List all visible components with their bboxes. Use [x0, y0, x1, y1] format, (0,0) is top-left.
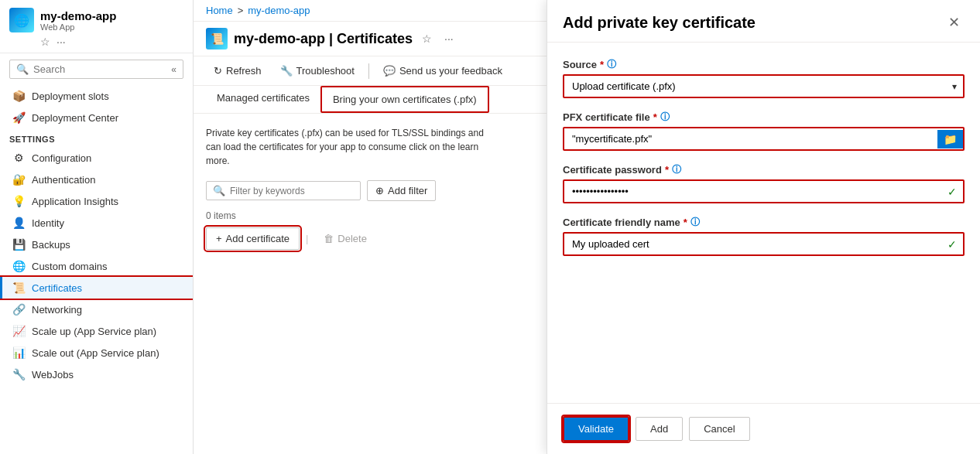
- filter-search-icon: 🔍: [213, 185, 225, 196]
- breadcrumb-home[interactable]: Home: [206, 5, 233, 16]
- page-icon: 📜: [206, 28, 228, 49]
- sidebar-item-label: Backups: [32, 239, 70, 251]
- file-browse-button[interactable]: 📁: [937, 130, 963, 148]
- page-header: 📜 my-demo-app | Certificates ☆ ···: [194, 22, 547, 56]
- app-title: my-demo-app: [40, 9, 116, 22]
- friendly-name-input[interactable]: [564, 234, 941, 254]
- panel-footer: Validate Add Cancel: [547, 403, 980, 454]
- info-text: Private key certificates (.pfx) can be u…: [206, 126, 500, 168]
- sidebar-item-deployment-slots[interactable]: 📦 Deployment slots: [0, 85, 193, 107]
- close-panel-button[interactable]: ✕: [944, 12, 965, 32]
- sidebar-item-identity[interactable]: 👤 Identity: [0, 212, 193, 234]
- password-required: *: [665, 164, 669, 176]
- search-icon: 🔍: [16, 63, 29, 75]
- password-info-icon[interactable]: ⓘ: [672, 163, 681, 176]
- password-wrapper: ✓: [563, 179, 965, 203]
- action-separator: |: [306, 233, 308, 244]
- sidebar-item-webjobs[interactable]: 🔧 WebJobs: [0, 364, 193, 385]
- scale-out-icon: 📊: [12, 346, 26, 359]
- certificates-icon: 📜: [12, 282, 26, 294]
- pfx-file-group: PFX certificate file * ⓘ 📁: [563, 111, 965, 151]
- sidebar-item-scale-out[interactable]: 📊 Scale out (App Service plan): [0, 342, 193, 364]
- filter-icon: ⊕: [375, 185, 384, 196]
- source-dropdown[interactable]: Upload certificate (.pfx): [564, 76, 946, 97]
- tabs: Managed certificates Bring your own cert…: [194, 86, 547, 114]
- feedback-label: Send us your feedback: [399, 65, 502, 77]
- sidebar-item-certificates[interactable]: 📜 Certificates: [0, 277, 193, 299]
- sidebar-item-label: Application Insights: [32, 196, 118, 207]
- search-input[interactable]: [33, 63, 166, 75]
- breadcrumb-current[interactable]: my-demo-app: [248, 5, 310, 16]
- favorite-button[interactable]: ☆: [419, 31, 435, 46]
- sidebar-item-label: Networking: [32, 304, 82, 316]
- sidebar-item-label: Certificates: [32, 282, 82, 294]
- validate-button[interactable]: Validate: [563, 416, 629, 442]
- delete-icon: 🗑: [324, 233, 334, 244]
- more-options-button[interactable]: ···: [441, 31, 457, 46]
- sidebar-item-scale-up[interactable]: 📈 Scale up (App Service plan): [0, 320, 193, 342]
- sidebar-item-deployment-center[interactable]: 🚀 Deployment Center: [0, 107, 193, 128]
- search-box: 🔍 «: [9, 60, 183, 79]
- breadcrumb-separator: >: [238, 5, 244, 16]
- settings-section-label: Settings: [0, 128, 193, 147]
- add-certificate-button[interactable]: + Add certificate: [206, 227, 300, 250]
- configuration-icon: ⚙: [12, 152, 26, 164]
- friendly-name-group: Certificate friendly name * ⓘ ✓: [563, 216, 965, 256]
- collapse-button[interactable]: «: [171, 64, 176, 75]
- plus-icon: +: [216, 233, 222, 244]
- pfx-label: PFX certificate file * ⓘ: [563, 111, 965, 124]
- feedback-button[interactable]: 💬 Send us your feedback: [375, 61, 510, 80]
- toolbar-separator: [368, 63, 369, 79]
- source-label: Source * ⓘ: [563, 58, 965, 71]
- sidebar-item-configuration[interactable]: ⚙ Configuration: [0, 147, 193, 169]
- sidebar: 🌐 my-demo-app Web App ☆ ··· 🔍 « 📦 Deploy…: [0, 0, 194, 454]
- sidebar-item-application-insights[interactable]: 💡 Application Insights: [0, 190, 193, 212]
- refresh-button[interactable]: ↻ Refresh: [206, 61, 269, 80]
- more-icon[interactable]: ···: [57, 36, 66, 48]
- panel-title: Add private key certificate: [563, 14, 756, 32]
- troubleshoot-label: Troubleshoot: [296, 65, 355, 77]
- cancel-button[interactable]: Cancel: [689, 417, 749, 441]
- sidebar-item-authentication[interactable]: 🔐 Authentication: [0, 169, 193, 190]
- add-button[interactable]: Add: [636, 417, 683, 441]
- app-subtitle: Web App: [40, 22, 116, 32]
- sidebar-item-label: Authentication: [32, 174, 95, 186]
- password-check-icon: ✓: [941, 186, 963, 198]
- sidebar-item-custom-domains[interactable]: 🌐 Custom domains: [0, 255, 193, 277]
- sidebar-item-label: Configuration: [32, 152, 91, 164]
- sidebar-item-label: Deployment Center: [32, 112, 118, 124]
- custom-domains-icon: 🌐: [12, 260, 26, 272]
- add-filter-button[interactable]: ⊕ Add filter: [367, 180, 436, 201]
- scale-up-icon: 📈: [12, 325, 26, 337]
- toolbar: ↻ Refresh 🔧 Troubleshoot 💬 Send us your …: [194, 56, 547, 86]
- sidebar-item-backups[interactable]: 💾 Backups: [0, 234, 193, 255]
- filter-input[interactable]: [230, 186, 354, 196]
- tab-bring-own-certificates[interactable]: Bring your own certificates (.pfx): [320, 86, 489, 113]
- sidebar-item-networking[interactable]: 🔗 Networking: [0, 299, 193, 320]
- feedback-icon: 💬: [383, 65, 396, 77]
- pfx-file-wrapper: 📁: [563, 127, 965, 151]
- star-icon[interactable]: ☆: [40, 36, 50, 48]
- tab-managed-certificates[interactable]: Managed certificates: [206, 86, 320, 113]
- pfx-info-icon[interactable]: ⓘ: [660, 111, 670, 124]
- breadcrumb: Home > my-demo-app: [194, 0, 547, 22]
- sidebar-item-label: Custom domains: [32, 261, 108, 272]
- panel-header: Add private key certificate ✕: [547, 0, 980, 43]
- delete-button[interactable]: 🗑 Delete: [314, 228, 376, 249]
- main-content: Home > my-demo-app 📜 my-demo-app | Certi…: [194, 0, 547, 454]
- refresh-icon: ↻: [214, 65, 222, 77]
- app-icon: 🌐: [9, 8, 34, 32]
- source-dropdown-wrapper: Upload certificate (.pfx) ▾: [563, 74, 965, 98]
- content-area: Private key certificates (.pfx) can be u…: [194, 114, 547, 454]
- add-filter-label: Add filter: [388, 185, 427, 196]
- troubleshoot-button[interactable]: 🔧 Troubleshoot: [272, 61, 362, 80]
- source-info-icon[interactable]: ⓘ: [607, 58, 616, 71]
- pfx-required: *: [653, 111, 657, 123]
- friendly-name-wrapper: ✓: [563, 232, 965, 256]
- password-input[interactable]: [564, 181, 941, 202]
- sidebar-item-label: WebJobs: [32, 369, 74, 381]
- panel-body: Source * ⓘ Upload certificate (.pfx) ▾ P…: [547, 43, 980, 403]
- sidebar-item-label: Identity: [32, 217, 64, 229]
- friendly-info-icon[interactable]: ⓘ: [690, 216, 700, 229]
- pfx-file-input[interactable]: [564, 128, 937, 149]
